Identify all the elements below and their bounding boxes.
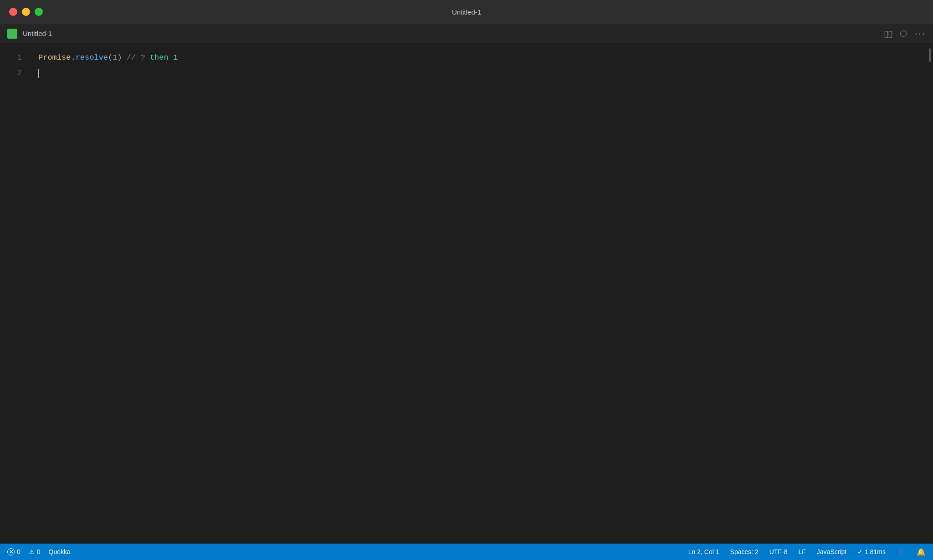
notifications-symbol: 🔔 [917, 548, 926, 556]
tab-bar: Untitled-1 ▯▯ ··· [0, 24, 933, 44]
editor-area: 1 2 Promise.resolve(1) // ? then 1 [0, 44, 933, 544]
maximize-button[interactable] [35, 8, 43, 16]
token-paren-close: ) [117, 50, 122, 66]
token-paren-open: ( [108, 50, 113, 66]
code-content[interactable]: Promise.resolve(1) // ? then 1 [33, 44, 933, 544]
error-icon: ✕ [7, 548, 15, 555]
window-title: Untitled-1 [452, 8, 481, 16]
text-cursor [38, 69, 39, 78]
close-button[interactable] [9, 8, 17, 16]
traffic-lights[interactable] [9, 8, 43, 16]
language-label: JavaScript [817, 548, 846, 555]
tab-right: ▯▯ ··· [884, 28, 926, 40]
position-label: Ln 2, Col 1 [688, 548, 719, 555]
status-right: Ln 2, Col 1 Spaces: 2 UTF-8 LF JavaScrip… [688, 548, 926, 556]
token-1: 1 [113, 50, 117, 66]
live-share-icon[interactable]: 👤 [897, 548, 906, 556]
encoding-label: UTF-8 [769, 548, 788, 555]
line-ending-item[interactable]: LF [798, 548, 805, 555]
line-numbers: 1 2 [0, 44, 33, 544]
code-line-2 [38, 66, 933, 81]
warnings-item[interactable]: ⚠ 0 [29, 548, 41, 555]
line-ending-label: LF [798, 548, 805, 555]
title-bar: Untitled-1 [0, 0, 933, 24]
quokka-indicator [7, 29, 17, 39]
code-line-1: Promise.resolve(1) // ? then 1 [38, 50, 933, 66]
scrollbar-thumb[interactable] [929, 48, 931, 62]
token-dot: . [71, 50, 75, 66]
token-promise: Promise [38, 50, 71, 66]
status-bar: ✕ 0 ⚠ 0 Quokka Ln 2, Col 1 Spaces: 2 UTF… [0, 544, 933, 560]
notifications-icon[interactable]: 🔔 [917, 548, 926, 556]
language-item[interactable]: JavaScript [817, 548, 846, 555]
tab-left: Untitled-1 [7, 29, 52, 39]
tab-title[interactable]: Untitled-1 [23, 30, 52, 37]
unsaved-indicator [900, 31, 907, 37]
errors-item[interactable]: ✕ 0 [7, 548, 21, 555]
line-number-2: 2 [0, 66, 22, 81]
token-then: then 1 [150, 50, 178, 66]
quokka-time[interactable]: ✓ 1.81ms [857, 548, 886, 555]
encoding-item[interactable]: UTF-8 [769, 548, 788, 555]
warning-count: 0 [37, 548, 41, 555]
token-comment: // ? [122, 50, 150, 66]
scrollbar[interactable] [927, 44, 933, 544]
spaces-item[interactable]: Spaces: 2 [730, 548, 759, 555]
status-left: ✕ 0 ⚠ 0 Quokka [7, 548, 71, 555]
live-share-symbol: 👤 [897, 548, 906, 556]
cursor-position[interactable]: Ln 2, Col 1 [688, 548, 719, 555]
split-editor-icon[interactable]: ▯▯ [884, 28, 892, 39]
token-resolve: resolve [76, 50, 108, 66]
spaces-label: Spaces: 2 [730, 548, 759, 555]
warning-icon: ⚠ [29, 548, 35, 555]
minimize-button[interactable] [22, 8, 30, 16]
quokka-label: Quokka [49, 548, 71, 555]
quokka-time-label: ✓ 1.81ms [857, 548, 886, 555]
error-count: 0 [17, 548, 21, 555]
more-actions-icon[interactable]: ··· [915, 28, 926, 40]
line-number-1: 1 [0, 50, 22, 66]
quokka-plugin[interactable]: Quokka [49, 548, 71, 555]
